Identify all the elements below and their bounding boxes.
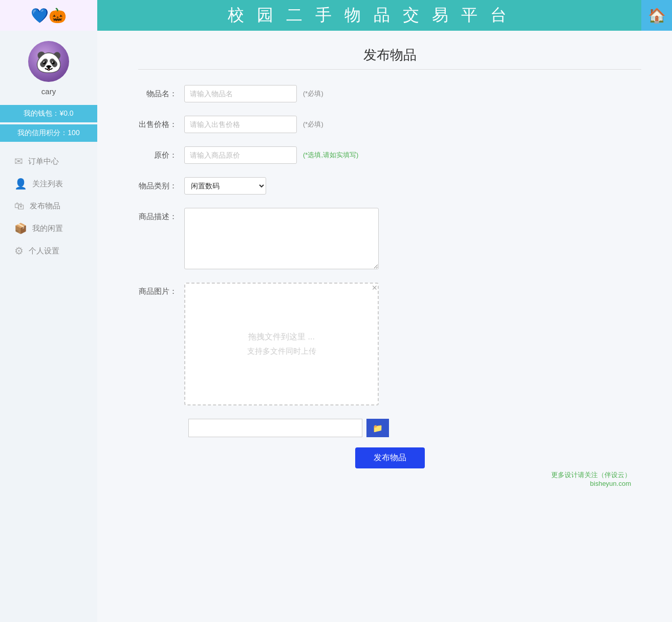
home-icon: 🏠 bbox=[648, 7, 666, 24]
sidebar-item-publish-label: 发布物品 bbox=[30, 201, 60, 211]
form-row-name: 物品名： (*必填) bbox=[138, 85, 641, 102]
upload-text-sub: 支持多文件同时上传 bbox=[247, 347, 316, 356]
price-hint: (*必填) bbox=[303, 120, 323, 129]
title-divider bbox=[138, 69, 641, 70]
image-upload-wrapper: ✕ 拖拽文件到这里 ... 支持多文件同时上传 bbox=[184, 283, 379, 405]
close-icon[interactable]: ✕ bbox=[372, 284, 378, 292]
sidebar-item-idle-label: 我的闲置 bbox=[32, 224, 63, 233]
category-label: 物品类别： bbox=[138, 181, 184, 191]
file-browse-button[interactable]: 📁 bbox=[366, 419, 389, 437]
file-input-row: 📁 bbox=[138, 419, 641, 437]
name-hint: (*必填) bbox=[303, 89, 323, 98]
category-select[interactable]: 闲置数码 闲置书籍 闲置衣物 其他 bbox=[184, 177, 266, 195]
sidebar-item-idle[interactable]: 📦 我的闲置 bbox=[0, 217, 97, 240]
home-button[interactable]: 🏠 bbox=[641, 0, 672, 31]
watermark-line1: 更多设计请关注（伴设云） bbox=[138, 470, 631, 480]
settings-icon: ⚙ bbox=[14, 245, 24, 257]
sidebar: 🐼 cary 我的钱包：¥0.0 我的信用积分：100 ✉ 订单中心 👤 关注列… bbox=[0, 31, 97, 622]
credit-bar[interactable]: 我的信用积分：100 bbox=[0, 124, 97, 142]
folder-icon: 📁 bbox=[373, 423, 383, 433]
name-input[interactable] bbox=[184, 85, 297, 102]
logo-emoji: 💙🎃 bbox=[31, 7, 67, 24]
username: cary bbox=[41, 87, 56, 96]
watermark-line2: bisheyun.com bbox=[138, 480, 631, 487]
idle-icon: 📦 bbox=[14, 222, 27, 234]
submit-button[interactable]: 发布物品 bbox=[355, 447, 425, 468]
original-price-hint: (*选填,请如实填写) bbox=[303, 151, 358, 160]
price-input[interactable] bbox=[184, 116, 297, 133]
publish-icon: 🛍 bbox=[14, 200, 25, 212]
file-text-input[interactable] bbox=[188, 419, 362, 437]
header-title: 校 园 二 手 物 品 交 易 平 台 bbox=[97, 4, 641, 27]
description-textarea[interactable] bbox=[184, 208, 379, 269]
avatar-emoji: 🐼 bbox=[35, 49, 62, 74]
content-area: 发布物品 物品名： (*必填) 出售价格： (*必填) 原价： (*选填,请如实… bbox=[97, 31, 672, 622]
form-row-description: 商品描述： bbox=[138, 208, 641, 269]
sidebar-item-follow[interactable]: 👤 关注列表 bbox=[0, 173, 97, 195]
wallet-bar[interactable]: 我的钱包：¥0.0 bbox=[0, 105, 97, 122]
watermark: 更多设计请关注（伴设云） bisheyun.com bbox=[138, 468, 641, 491]
avatar: 🐼 bbox=[28, 41, 69, 82]
form-row-image: 商品图片： ✕ 拖拽文件到这里 ... 支持多文件同时上传 bbox=[138, 283, 641, 405]
header: 💙🎃 校 园 二 手 物 品 交 易 平 台 🏠 bbox=[0, 0, 672, 31]
sidebar-item-orders-label: 订单中心 bbox=[28, 157, 59, 166]
sidebar-item-orders[interactable]: ✉ 订单中心 bbox=[0, 150, 97, 173]
sidebar-item-publish[interactable]: 🛍 发布物品 bbox=[0, 195, 97, 217]
page-title: 发布物品 bbox=[138, 46, 641, 64]
image-upload-area[interactable]: 拖拽文件到这里 ... 支持多文件同时上传 bbox=[184, 283, 379, 405]
form-row-original-price: 原价： (*选填,请如实填写) bbox=[138, 146, 641, 164]
description-label: 商品描述： bbox=[138, 208, 184, 222]
original-price-label: 原价： bbox=[138, 151, 184, 160]
image-label: 商品图片： bbox=[138, 283, 184, 296]
main-layout: 🐼 cary 我的钱包：¥0.0 我的信用积分：100 ✉ 订单中心 👤 关注列… bbox=[0, 31, 672, 622]
sidebar-item-settings-label: 个人设置 bbox=[29, 246, 59, 256]
follow-icon: 👤 bbox=[14, 178, 27, 190]
form-row-price: 出售价格： (*必填) bbox=[138, 116, 641, 133]
form-row-category: 物品类别： 闲置数码 闲置书籍 闲置衣物 其他 bbox=[138, 177, 641, 195]
header-logo: 💙🎃 bbox=[0, 0, 97, 31]
price-label: 出售价格： bbox=[138, 120, 184, 130]
upload-text-main: 拖拽文件到这里 ... bbox=[248, 332, 315, 342]
sidebar-item-follow-label: 关注列表 bbox=[32, 179, 63, 189]
orders-icon: ✉ bbox=[14, 155, 23, 167]
original-price-input[interactable] bbox=[184, 146, 297, 164]
sidebar-item-settings[interactable]: ⚙ 个人设置 bbox=[0, 240, 97, 262]
name-label: 物品名： bbox=[138, 89, 184, 99]
